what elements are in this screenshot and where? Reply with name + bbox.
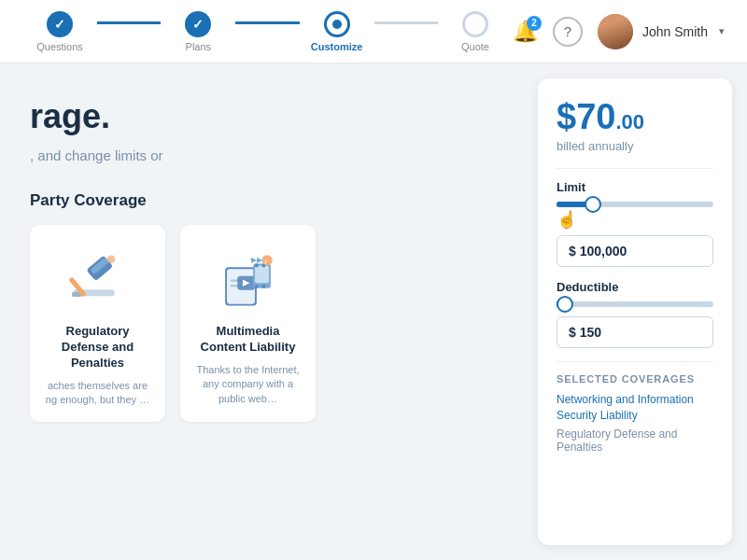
- limit-slider-fill: [557, 202, 588, 207]
- step-circle-questions: ✓: [47, 11, 73, 37]
- price-cents: .00: [615, 110, 644, 134]
- step-label-plans: Plans: [186, 41, 212, 52]
- section-heading: Party Coverage: [30, 191, 493, 210]
- divider-2: [557, 361, 713, 362]
- help-icon: ?: [564, 23, 571, 39]
- right-panel: $70 .00 billed annually Limit ☝ $ 100,00…: [523, 63, 747, 560]
- coverage-card-multimedia[interactable]: ♪ ▶▶ Multimedia Content Liability Thanks…: [180, 225, 316, 422]
- cursor-pointer-icon: ☝: [557, 209, 713, 230]
- notification-badge: 2: [527, 16, 542, 31]
- media-icon: ♪ ▶▶: [213, 243, 283, 313]
- connector-2: [235, 21, 299, 24]
- svg-rect-17: [262, 285, 266, 288]
- card-icon-regulatory: [61, 240, 135, 315]
- card-desc-multimedia: Thanks to the Internet, any company with…: [195, 363, 301, 406]
- card-title-multimedia: Multimedia Content Liability: [195, 324, 301, 356]
- step-label-questions: Questions: [36, 41, 83, 52]
- connector-3: [374, 21, 438, 24]
- user-name: John Smith: [642, 24, 708, 39]
- step-plans[interactable]: ✓ Plans: [161, 11, 235, 52]
- step-circle-quote: [462, 11, 488, 37]
- avatar: [598, 14, 633, 49]
- price-display: $70 .00: [557, 97, 713, 137]
- card-icon-multimedia: ♪ ▶▶: [211, 240, 286, 315]
- svg-rect-14: [255, 263, 259, 267]
- limit-value[interactable]: $ 100,000: [557, 235, 713, 267]
- coverage-item-2: Regulatory Defense and Penalties: [557, 427, 713, 454]
- svg-text:♪: ♪: [263, 256, 267, 265]
- avatar-image: [598, 14, 633, 49]
- svg-point-5: [106, 255, 115, 263]
- page-title: rage.: [30, 97, 493, 136]
- notifications-button[interactable]: 🔔 2: [513, 20, 538, 44]
- deductible-slider-track[interactable]: [557, 301, 713, 307]
- card-desc-regulatory: aches themselves are ng enough, but they…: [45, 379, 150, 408]
- main-content: rage. , and change limits or Party Cover…: [0, 63, 747, 560]
- card-title-regulatory: Regulatory Defense and Penalties: [45, 324, 150, 371]
- limit-label: Limit: [557, 180, 713, 194]
- left-panel: rage. , and change limits or Party Cover…: [0, 63, 523, 560]
- coverage-item-1: Networking and Information Security Liab…: [557, 392, 713, 424]
- page-subtitle: , and change limits or: [30, 147, 493, 163]
- step-customize[interactable]: Customize: [300, 11, 374, 52]
- check-icon-2: ✓: [192, 17, 204, 32]
- step-label-customize: Customize: [311, 41, 363, 52]
- svg-text:▶▶: ▶▶: [251, 254, 263, 263]
- step-dot: [332, 20, 342, 29]
- step-questions[interactable]: ✓ Questions: [22, 11, 97, 52]
- user-menu[interactable]: John Smith ▾: [598, 14, 725, 49]
- svg-rect-13: [255, 265, 269, 283]
- gavel-icon: [65, 245, 131, 310]
- price-main: $70: [557, 97, 615, 137]
- step-circle-customize: [324, 11, 350, 37]
- connector-1: [97, 21, 161, 24]
- coverage-card-regulatory[interactable]: Regulatory Defense and Penalties aches t…: [30, 225, 165, 422]
- help-button[interactable]: ?: [553, 17, 583, 47]
- step-quote[interactable]: Quote: [438, 11, 513, 52]
- check-icon: ✓: [54, 17, 65, 32]
- selected-coverages-heading: SELECTED COVERAGES: [557, 373, 713, 385]
- step-label-quote: Quote: [461, 41, 489, 52]
- deductible-label: Deductible: [557, 280, 713, 294]
- limit-slider-track[interactable]: [557, 202, 713, 207]
- deductible-value[interactable]: $ 150: [557, 316, 713, 348]
- svg-rect-16: [255, 285, 259, 288]
- chevron-down-icon: ▾: [719, 25, 725, 37]
- header: ✓ Questions ✓ Plans Customize Quote: [0, 0, 747, 63]
- header-right: 🔔 2 ? John Smith ▾: [513, 14, 725, 49]
- billed-label: billed annually: [557, 139, 713, 153]
- pricing-card: $70 .00 billed annually Limit ☝ $ 100,00…: [538, 78, 732, 545]
- deductible-slider-thumb[interactable]: [557, 296, 573, 313]
- divider-1: [557, 168, 713, 169]
- step-circle-plans: ✓: [185, 11, 211, 37]
- coverage-cards: Regulatory Defense and Penalties aches t…: [30, 225, 493, 422]
- progress-steps: ✓ Questions ✓ Plans Customize Quote: [22, 11, 513, 52]
